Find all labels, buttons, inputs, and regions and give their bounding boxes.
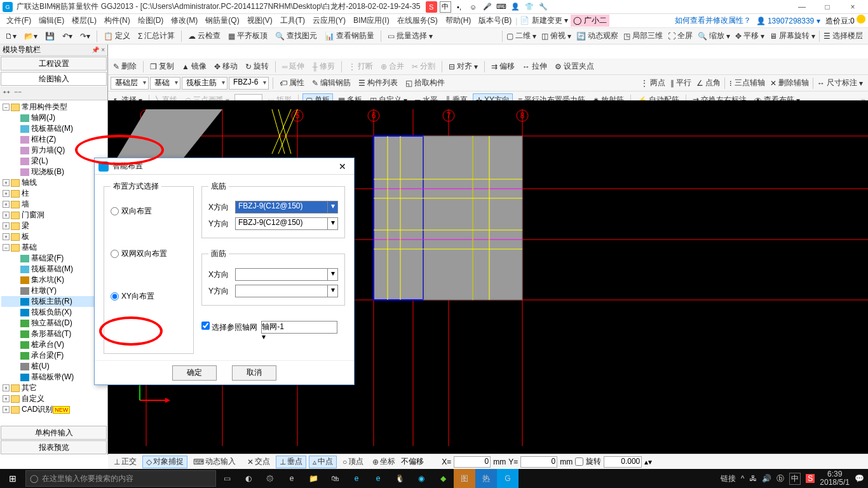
ime-sogou-icon[interactable]: S: [426, 1, 437, 13]
rot-check[interactable]: [575, 458, 583, 466]
screen-rotate-btn[interactable]: 🖥 屏幕旋转 ▾: [767, 29, 818, 43]
tree-jcl[interactable]: 基础梁(F): [31, 253, 64, 264]
merge-btn[interactable]: ⊕合并: [378, 60, 407, 74]
sub-select[interactable]: 筏板主筋: [182, 77, 227, 90]
dyninput-btn[interactable]: ⌨动态输入: [190, 456, 239, 468]
trim-btn[interactable]: ╫修剪: [309, 60, 337, 74]
ime-person-icon[interactable]: 👤: [510, 1, 521, 13]
2d-btn[interactable]: ▢ 二维 ▾: [504, 29, 539, 43]
tree-fbj[interactable]: 筏板基础(M): [31, 264, 73, 274]
cancel-button[interactable]: 取消: [232, 365, 276, 381]
offset-mode[interactable]: 不偏移: [401, 456, 439, 467]
menu-edit[interactable]: 编辑(E): [35, 15, 68, 26]
tree-collapse-icon[interactable]: ⁻⁻: [14, 89, 22, 98]
qq-icon[interactable]: 🐧: [389, 469, 410, 488]
tree-other[interactable]: 其它: [22, 383, 37, 393]
member-list-btn[interactable]: ☰构件列表: [356, 76, 400, 90]
menu-file[interactable]: 文件(F): [3, 15, 35, 26]
top-view-btn[interactable]: ◫ 俯视 ▾: [539, 29, 574, 43]
redo-icon[interactable]: ↷▾: [78, 29, 93, 43]
ime-lang-icon[interactable]: 中: [440, 1, 451, 13]
del-aux-btn[interactable]: ✕删除辅轴: [768, 76, 811, 90]
tree-cat-slab[interactable]: 板: [22, 231, 29, 242]
app2-icon[interactable]: ۞: [259, 469, 281, 488]
gxe-btn[interactable]: ◯ 广小二: [571, 15, 609, 27]
ime-shirt-icon[interactable]: 👕: [524, 1, 535, 13]
tab-project-settings[interactable]: 工程设置: [1, 57, 107, 71]
view-rebar-btn[interactable]: 📊 查看钢筋量: [322, 29, 377, 43]
tree-framecol[interactable]: 框柱(Z): [31, 134, 56, 145]
fullscreen-btn[interactable]: ⛶ 全屏: [665, 29, 695, 43]
perp-btn[interactable]: ⊥垂点: [276, 456, 306, 468]
item-select[interactable]: FBZJ-6: [229, 77, 269, 90]
mj-y-input[interactable]: ▾: [235, 285, 338, 297]
store-icon[interactable]: 🛍: [324, 469, 346, 488]
pick-btn[interactable]: ◱拾取构件: [403, 76, 447, 90]
zoom-btn[interactable]: 🔍 缩放 ▾: [695, 29, 733, 43]
delete-btn[interactable]: ✎删除: [111, 60, 139, 74]
cat-select[interactable]: 基础: [150, 77, 180, 90]
tree-slab[interactable]: 现浇板(B): [31, 166, 64, 177]
menu-version[interactable]: 版本号(B): [475, 15, 515, 26]
ie-icon[interactable]: e: [367, 469, 389, 488]
twopoint-btn[interactable]: ⋮两点: [638, 76, 668, 90]
menu-tool[interactable]: 工具(T): [276, 15, 309, 26]
edge2-icon[interactable]: e: [346, 469, 367, 488]
open-icon[interactable]: 📂▾: [22, 29, 40, 43]
tree-expand-icon[interactable]: ⁺⁺: [3, 89, 10, 98]
tree-txj[interactable]: 条形基础(T): [31, 329, 71, 339]
parallel-btn[interactable]: ∥平行: [668, 76, 694, 90]
sum-btn[interactable]: Σ 汇总计算: [135, 29, 177, 43]
tree-custom[interactable]: 自定义: [22, 393, 44, 404]
rotate-btn[interactable]: ↻旋转: [243, 60, 271, 74]
browser-icon[interactable]: ◉: [410, 469, 432, 488]
window-close[interactable]: ×: [840, 1, 865, 13]
local-3d-btn[interactable]: ◳ 局部三维: [621, 29, 665, 43]
tree-raft[interactable]: 筏板基础(M): [31, 123, 73, 134]
opt-xy[interactable]: XY向布置: [111, 291, 187, 302]
menu-bim[interactable]: BIM应用(I): [349, 15, 393, 26]
pin-icon[interactable]: 📌 ×: [92, 46, 105, 53]
extend-btn[interactable]: ═延伸: [280, 60, 308, 74]
folder-icon[interactable]: 📁: [302, 469, 324, 488]
tree-jsk[interactable]: 集水坑(K): [31, 274, 64, 285]
tree-zd[interactable]: 柱墩(Y): [31, 285, 57, 296]
mirror-btn[interactable]: ▲镜像: [179, 60, 209, 74]
window-maximize[interactable]: □: [815, 1, 840, 13]
opt-bidir[interactable]: 双向布置: [111, 206, 187, 217]
tree-ctl[interactable]: 承台梁(F): [31, 350, 64, 361]
tree-root[interactable]: 常用构件类型: [22, 102, 67, 112]
dj-x-input[interactable]: FBZJ-9(C12@150)▾: [235, 201, 338, 214]
menu-floor[interactable]: 楼层(L): [68, 15, 100, 26]
new-change-btn[interactable]: 📄 新建变更 ▾: [517, 15, 571, 26]
menu-view[interactable]: 视图(V): [243, 15, 276, 26]
ref-axis-select[interactable]: 轴网-1▾: [261, 321, 337, 334]
tray-up-icon[interactable]: ^: [741, 474, 745, 483]
current-app-icon[interactable]: G: [497, 469, 519, 488]
tree-dlj[interactable]: 独立基础(D): [31, 318, 72, 329]
ime-wrench-icon[interactable]: 🔧: [538, 1, 549, 13]
mid-btn[interactable]: ▵中点: [309, 456, 337, 468]
taskbar-search[interactable]: ◯ 在这里输入你要搜索的内容: [25, 470, 216, 487]
mj-x-input[interactable]: ▾: [235, 268, 338, 281]
taskview-icon[interactable]: ▭: [216, 469, 238, 488]
menu-rebar[interactable]: 钢筋量(Q): [201, 15, 243, 26]
edit-rebar-btn[interactable]: ✎编辑钢筋: [309, 76, 353, 90]
move-btn[interactable]: ✥移动: [212, 60, 240, 74]
coord-btn[interactable]: ⊕坐标: [369, 456, 398, 468]
tree-cat-beam[interactable]: 梁: [22, 220, 29, 231]
batch-select-btn[interactable]: ▭ 批量选择 ▾: [385, 29, 435, 43]
tray-bt-icon[interactable]: ⓑ: [776, 473, 784, 484]
ime-punct-icon[interactable]: •,: [454, 1, 465, 13]
ime-mic-icon[interactable]: 🎤: [482, 1, 493, 13]
dim-btn[interactable]: ↔尺寸标注▾: [815, 76, 865, 90]
floor-select[interactable]: 基础层: [111, 77, 149, 90]
menu-modify[interactable]: 修改(M): [167, 15, 201, 26]
ref-axis-check[interactable]: 选择参照轴网: [201, 322, 257, 333]
tray-notif-icon[interactable]: 💬: [855, 474, 864, 483]
tree-cat-opening[interactable]: 门窗洞: [22, 210, 44, 220]
dialog-close[interactable]: ✕: [335, 161, 350, 172]
tree-zhuang[interactable]: 桩(U): [31, 361, 50, 372]
rot-field[interactable]: 0.000: [604, 456, 642, 468]
pan-btn[interactable]: ✥ 平移 ▾: [733, 29, 767, 43]
